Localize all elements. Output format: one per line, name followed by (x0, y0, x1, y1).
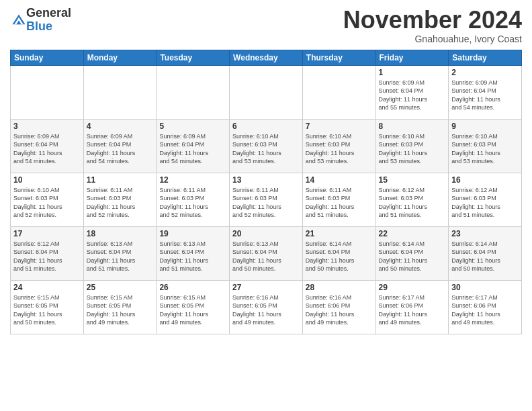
day-info: Sunrise: 6:15 AM Sunset: 6:05 PM Dayligh… (87, 293, 154, 327)
day-number: 6 (232, 122, 300, 131)
logo-general-text: General (26, 7, 71, 20)
col-friday: Friday (375, 50, 449, 65)
day-number: 17 (13, 229, 81, 238)
day-info: Sunrise: 6:16 AM Sunset: 6:05 PM Dayligh… (232, 293, 300, 327)
table-row: 20Sunrise: 6:13 AM Sunset: 6:04 PM Dayli… (230, 226, 303, 280)
table-row: 21Sunrise: 6:14 AM Sunset: 6:04 PM Dayli… (302, 226, 375, 280)
day-number: 25 (87, 283, 154, 292)
day-info: Sunrise: 6:14 AM Sunset: 6:04 PM Dayligh… (379, 240, 446, 273)
day-info: Sunrise: 6:10 AM Sunset: 6:03 PM Dayligh… (13, 186, 81, 220)
table-row (83, 65, 157, 119)
day-number: 14 (306, 175, 373, 185)
table-row: 13Sunrise: 6:11 AM Sunset: 6:03 PM Dayli… (230, 173, 303, 226)
day-info: Sunrise: 6:09 AM Sunset: 6:04 PM Dayligh… (87, 132, 154, 166)
table-row: 2Sunrise: 6:09 AM Sunset: 6:04 PM Daylig… (449, 65, 522, 119)
table-row: 11Sunrise: 6:11 AM Sunset: 6:03 PM Dayli… (83, 173, 157, 226)
day-info: Sunrise: 6:10 AM Sunset: 6:03 PM Dayligh… (232, 132, 300, 166)
day-number: 7 (306, 122, 373, 131)
day-number: 4 (87, 122, 154, 131)
day-info: Sunrise: 6:15 AM Sunset: 6:05 PM Dayligh… (13, 293, 81, 327)
day-number: 24 (13, 283, 81, 292)
col-monday: Monday (83, 50, 157, 65)
table-row: 10Sunrise: 6:10 AM Sunset: 6:03 PM Dayli… (11, 173, 84, 226)
day-info: Sunrise: 6:17 AM Sunset: 6:06 PM Dayligh… (451, 293, 519, 327)
header: General Blue November 2024 Gnahouahue, I… (10, 7, 522, 44)
table-row: 15Sunrise: 6:12 AM Sunset: 6:03 PM Dayli… (375, 173, 449, 226)
table-row: 30Sunrise: 6:17 AM Sunset: 6:06 PM Dayli… (449, 280, 522, 334)
day-info: Sunrise: 6:12 AM Sunset: 6:04 PM Dayligh… (13, 240, 81, 273)
table-row: 24Sunrise: 6:15 AM Sunset: 6:05 PM Dayli… (11, 280, 84, 334)
day-number: 21 (306, 229, 373, 238)
table-row: 9Sunrise: 6:10 AM Sunset: 6:03 PM Daylig… (449, 119, 522, 173)
day-info: Sunrise: 6:12 AM Sunset: 6:03 PM Dayligh… (451, 186, 519, 220)
table-row: 17Sunrise: 6:12 AM Sunset: 6:04 PM Dayli… (11, 226, 84, 280)
table-row: 7Sunrise: 6:10 AM Sunset: 6:03 PM Daylig… (302, 119, 375, 173)
day-info: Sunrise: 6:11 AM Sunset: 6:03 PM Dayligh… (306, 186, 373, 220)
day-info: Sunrise: 6:12 AM Sunset: 6:03 PM Dayligh… (379, 186, 446, 220)
day-number: 10 (13, 175, 81, 185)
table-row: 29Sunrise: 6:17 AM Sunset: 6:06 PM Dayli… (375, 280, 449, 334)
col-wednesday: Wednesday (230, 50, 303, 65)
location: Gnahouahue, Ivory Coast (343, 34, 522, 44)
table-row (230, 65, 303, 119)
month-title: November 2024 (343, 7, 522, 34)
logo: General Blue (10, 7, 71, 34)
day-info: Sunrise: 6:09 AM Sunset: 6:04 PM Dayligh… (379, 79, 446, 112)
day-info: Sunrise: 6:14 AM Sunset: 6:04 PM Dayligh… (306, 240, 373, 273)
day-number: 8 (379, 122, 446, 131)
table-row: 26Sunrise: 6:15 AM Sunset: 6:05 PM Dayli… (157, 280, 230, 334)
day-number: 23 (451, 229, 519, 238)
table-row (11, 65, 84, 119)
week-row-4: 17Sunrise: 6:12 AM Sunset: 6:04 PM Dayli… (11, 226, 522, 280)
day-number: 19 (159, 229, 226, 238)
table-row: 27Sunrise: 6:16 AM Sunset: 6:05 PM Dayli… (230, 280, 303, 334)
day-number: 30 (451, 283, 519, 292)
table-row: 23Sunrise: 6:14 AM Sunset: 6:04 PM Dayli… (449, 226, 522, 280)
day-number: 13 (232, 175, 300, 185)
table-row: 12Sunrise: 6:11 AM Sunset: 6:03 PM Dayli… (157, 173, 230, 226)
day-number: 1 (379, 68, 446, 77)
week-row-5: 24Sunrise: 6:15 AM Sunset: 6:05 PM Dayli… (11, 280, 522, 334)
table-row: 5Sunrise: 6:09 AM Sunset: 6:04 PM Daylig… (157, 119, 230, 173)
day-number: 16 (451, 175, 519, 185)
table-row: 14Sunrise: 6:11 AM Sunset: 6:03 PM Dayli… (302, 173, 375, 226)
day-info: Sunrise: 6:15 AM Sunset: 6:05 PM Dayligh… (159, 293, 226, 327)
day-info: Sunrise: 6:09 AM Sunset: 6:04 PM Dayligh… (13, 132, 81, 166)
day-info: Sunrise: 6:13 AM Sunset: 6:04 PM Dayligh… (87, 240, 154, 273)
logo-icon (11, 13, 26, 28)
table-row: 8Sunrise: 6:10 AM Sunset: 6:03 PM Daylig… (375, 119, 449, 173)
table-row: 19Sunrise: 6:13 AM Sunset: 6:04 PM Dayli… (157, 226, 230, 280)
day-number: 26 (159, 283, 226, 292)
day-info: Sunrise: 6:10 AM Sunset: 6:03 PM Dayligh… (306, 132, 373, 166)
col-sunday: Sunday (11, 50, 84, 65)
day-number: 5 (159, 122, 226, 131)
table-row: 4Sunrise: 6:09 AM Sunset: 6:04 PM Daylig… (83, 119, 157, 173)
day-number: 28 (306, 283, 373, 292)
day-number: 18 (87, 229, 154, 238)
table-row (157, 65, 230, 119)
day-number: 27 (232, 283, 300, 292)
day-number: 11 (87, 175, 154, 185)
logo-blue-text: Blue (26, 20, 71, 34)
col-thursday: Thursday (302, 50, 375, 65)
calendar-header-row: Sunday Monday Tuesday Wednesday Thursday… (11, 50, 522, 65)
day-number: 12 (159, 175, 226, 185)
week-row-1: 1Sunrise: 6:09 AM Sunset: 6:04 PM Daylig… (11, 65, 522, 119)
day-info: Sunrise: 6:11 AM Sunset: 6:03 PM Dayligh… (159, 186, 226, 220)
day-info: Sunrise: 6:16 AM Sunset: 6:06 PM Dayligh… (306, 293, 373, 327)
page: General Blue November 2024 Gnahouahue, I… (0, 0, 532, 341)
table-row: 6Sunrise: 6:10 AM Sunset: 6:03 PM Daylig… (230, 119, 303, 173)
week-row-2: 3Sunrise: 6:09 AM Sunset: 6:04 PM Daylig… (11, 119, 522, 173)
day-info: Sunrise: 6:14 AM Sunset: 6:04 PM Dayligh… (451, 240, 519, 273)
day-info: Sunrise: 6:17 AM Sunset: 6:06 PM Dayligh… (379, 293, 446, 327)
day-info: Sunrise: 6:11 AM Sunset: 6:03 PM Dayligh… (232, 186, 300, 220)
day-info: Sunrise: 6:09 AM Sunset: 6:04 PM Dayligh… (451, 79, 519, 112)
table-row: 1Sunrise: 6:09 AM Sunset: 6:04 PM Daylig… (375, 65, 449, 119)
day-number: 20 (232, 229, 300, 238)
table-row: 16Sunrise: 6:12 AM Sunset: 6:03 PM Dayli… (449, 173, 522, 226)
table-row: 3Sunrise: 6:09 AM Sunset: 6:04 PM Daylig… (11, 119, 84, 173)
day-info: Sunrise: 6:11 AM Sunset: 6:03 PM Dayligh… (87, 186, 154, 220)
calendar-table: Sunday Monday Tuesday Wednesday Thursday… (10, 50, 522, 334)
day-number: 9 (451, 122, 519, 131)
table-row: 25Sunrise: 6:15 AM Sunset: 6:05 PM Dayli… (83, 280, 157, 334)
